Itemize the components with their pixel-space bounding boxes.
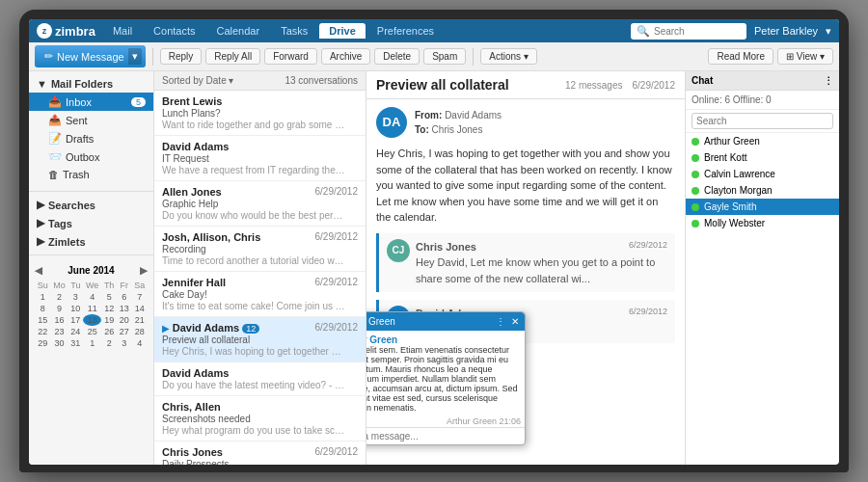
- cal-day[interactable]: 8: [35, 303, 50, 314]
- message-list-item[interactable]: ▶ David Adams 126/29/2012Preview all col…: [154, 317, 366, 362]
- cal-day[interactable]: 2: [50, 291, 68, 303]
- tab-calendar[interactable]: Calendar: [207, 23, 270, 39]
- sort-label[interactable]: Sorted by Date ▾: [162, 75, 233, 86]
- view-button[interactable]: ⊞ View ▾: [777, 48, 833, 65]
- cal-day[interactable]: 22: [35, 326, 50, 337]
- cal-day[interactable]: 26: [101, 326, 117, 337]
- cal-day[interactable]: 7: [131, 291, 148, 303]
- msg-sender: Josh, Allison, Chris: [162, 231, 260, 243]
- cal-prev-button[interactable]: ◀: [35, 265, 42, 276]
- cal-day[interactable]: 25: [83, 326, 101, 337]
- message-list-item[interactable]: David AdamsDo you have the latest meetin…: [154, 362, 366, 396]
- sender-name: David Adams: [445, 110, 502, 120]
- message-list-item[interactable]: Allen Jones6/29/2012Graphic HelpDo you k…: [154, 181, 366, 227]
- outbox-icon: 📨: [48, 150, 62, 163]
- search-box[interactable]: 🔍: [631, 23, 746, 40]
- cal-day[interactable]: 17: [68, 314, 84, 326]
- cal-day[interactable]: 2: [101, 337, 117, 349]
- reply-button[interactable]: Reply: [160, 48, 203, 65]
- im-message-input[interactable]: [366, 431, 519, 442]
- cal-day[interactable]: 4: [83, 291, 101, 303]
- message-list-item[interactable]: David AdamsIT RequestWe have a request f…: [154, 136, 366, 181]
- cal-day[interactable]: 21: [131, 314, 148, 326]
- tab-tasks[interactable]: Tasks: [271, 23, 317, 39]
- chat-search-input[interactable]: [692, 113, 833, 129]
- msg-sender: Jennifer Hall: [162, 277, 226, 288]
- cal-day[interactable]: 14: [131, 303, 148, 314]
- cal-day[interactable]: 10: [68, 303, 84, 314]
- cal-day[interactable]: 5: [101, 291, 117, 303]
- cal-day[interactable]: 15: [35, 314, 50, 326]
- cal-day[interactable]: 3: [117, 337, 131, 349]
- im-close-icon[interactable]: ✕: [511, 316, 519, 327]
- search-input[interactable]: [654, 26, 741, 37]
- tab-drive[interactable]: Drive: [319, 23, 366, 39]
- chat-contact-item[interactable]: Calvin Lawrence: [686, 166, 839, 182]
- cal-day[interactable]: 30: [50, 337, 68, 349]
- sidebar-item-sent[interactable]: 📤 Sent: [29, 111, 153, 129]
- cal-day[interactable]: 13: [117, 303, 131, 314]
- cal-day[interactable]: 19: [101, 314, 117, 326]
- new-message-dropdown[interactable]: ▾: [128, 48, 142, 65]
- chat-contact-item[interactable]: Clayton Morgan: [686, 182, 839, 199]
- user-menu-icon[interactable]: ▾: [826, 25, 831, 38]
- cal-day[interactable]: 23: [50, 326, 68, 337]
- sidebar-item-trash[interactable]: 🗑 Trash: [29, 166, 153, 183]
- cal-day[interactable]: 16: [50, 314, 68, 326]
- cal-day[interactable]: 1: [35, 291, 50, 303]
- sidebar-collapse-icon[interactable]: ▼: [37, 78, 47, 90]
- cal-day[interactable]: 6: [117, 291, 131, 303]
- chat-options-icon[interactable]: ⋮: [824, 75, 833, 86]
- chat-contact-item[interactable]: Arthur Green: [686, 133, 839, 149]
- read-more-button[interactable]: Read More: [708, 48, 773, 65]
- cal-day[interactable]: 1: [83, 337, 101, 349]
- presence-dot: [692, 203, 699, 211]
- cal-day[interactable]: 12: [101, 303, 117, 314]
- cal-day[interactable]: 9: [50, 303, 68, 314]
- actions-button[interactable]: Actions ▾: [480, 48, 537, 65]
- chat-header: Chat ⋮: [686, 71, 839, 91]
- forward-button[interactable]: Forward: [264, 48, 317, 65]
- cal-day[interactable]: 27: [117, 326, 131, 337]
- chat-contact-item[interactable]: Brent Kott: [686, 149, 839, 166]
- tab-contacts[interactable]: Contacts: [144, 23, 204, 39]
- message-list-item[interactable]: Chris, AllenScreenshots neededHey what p…: [154, 396, 366, 442]
- im-options-icon[interactable]: ⋮: [496, 316, 505, 327]
- message-list-item[interactable]: Chris Jones6/29/2012Daily ProspectsTake …: [154, 442, 366, 465]
- new-message-button[interactable]: ✏ New Message ▾: [35, 45, 146, 67]
- cal-day[interactable]: 18: [83, 314, 101, 326]
- tags-label: Tags: [48, 218, 72, 229]
- delete-button[interactable]: Delete: [374, 48, 420, 65]
- tab-preferences[interactable]: Preferences: [367, 23, 444, 39]
- sidebar-item-tags[interactable]: ▶ Tags: [29, 214, 153, 232]
- zimlets-label: Zimlets: [48, 236, 86, 248]
- tab-mail[interactable]: Mail: [103, 23, 142, 39]
- spam-button[interactable]: Spam: [423, 48, 466, 65]
- cal-day[interactable]: 3: [68, 291, 84, 303]
- archive-button[interactable]: Archive: [321, 48, 370, 65]
- cal-day[interactable]: 29: [35, 337, 50, 349]
- cal-day[interactable]: 11: [83, 303, 101, 314]
- cal-day[interactable]: 24: [68, 326, 84, 337]
- cal-day[interactable]: 28: [131, 326, 148, 337]
- cal-day[interactable]: 4: [131, 337, 148, 349]
- cal-day[interactable]: 31: [68, 337, 84, 349]
- message-list-item[interactable]: Jennifer Hall6/29/2012Cake Day!It's time…: [154, 272, 366, 317]
- cal-sat: Sa: [131, 280, 148, 291]
- reply-1: CJ Chris Jones 6/29/2012 Hey David, Let …: [376, 233, 675, 293]
- chat-search-box[interactable]: [686, 110, 839, 133]
- sidebar-item-searches[interactable]: ▶ Searches: [29, 196, 153, 214]
- sidebar-item-zimlets[interactable]: ▶ Zimlets: [29, 232, 153, 251]
- chat-contact-item[interactable]: Molly Webster: [686, 215, 839, 231]
- reply-all-button[interactable]: Reply All: [205, 48, 260, 65]
- sidebar-item-outbox[interactable]: 📨 Outbox: [29, 147, 153, 166]
- cal-next-button[interactable]: ▶: [140, 265, 148, 276]
- cal-day[interactable]: 20: [117, 314, 131, 326]
- sidebar-item-inbox[interactable]: 📥 Inbox 5: [29, 93, 153, 111]
- sidebar-item-drafts[interactable]: 📝 Drafts: [29, 129, 153, 147]
- message-list-item[interactable]: Josh, Allison, Chris6/29/2012RecordingTi…: [154, 227, 366, 272]
- chat-contact-item[interactable]: Gayle Smith: [686, 199, 839, 215]
- message-list-item[interactable]: Brent LewisLunch Plans?Want to ride toge…: [154, 91, 366, 136]
- msg-sender: Chris Jones: [162, 446, 223, 458]
- email-meta: From: David Adams To: Chris Jones: [415, 108, 502, 137]
